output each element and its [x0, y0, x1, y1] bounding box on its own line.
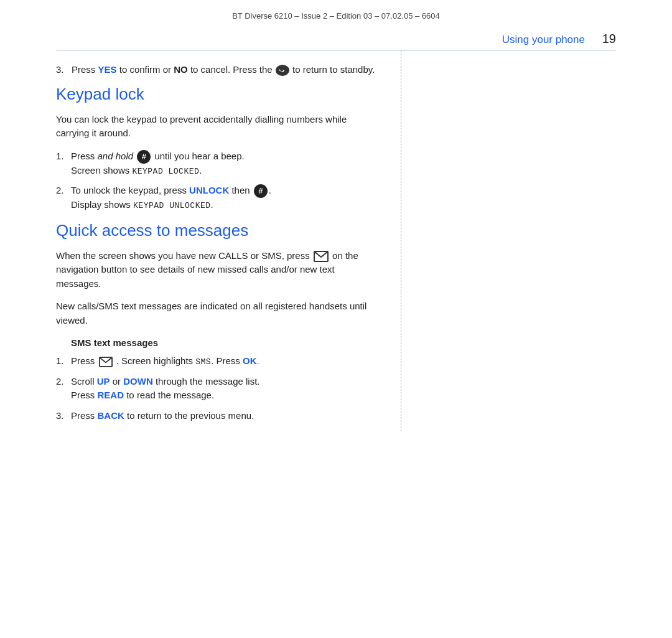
keypad-lock-steps: 1. Press and hold # until you hear a bee… [56, 149, 382, 212]
right-column [401, 50, 616, 431]
step2-then: then [229, 185, 253, 195]
header-text: BT Diverse 6210 – Issue 2 – Edition 03 –… [232, 11, 440, 21]
step2-dot2: . [211, 199, 213, 210]
sms-step-2: 2. Scroll UP or DOWN through the message… [56, 375, 382, 403]
sms2-scroll: Scroll [71, 376, 97, 387]
preceding-step3: 3. Press YES to confirm or NO to cancel.… [56, 63, 382, 77]
keypad-step-2: 2. To unlock the keypad, press UNLOCK th… [56, 184, 382, 212]
sms2-up: UP [97, 376, 110, 387]
sms3-press: Press [71, 410, 98, 421]
no-label: NO [174, 64, 188, 75]
keypad-lock-heading: Keypad lock [56, 85, 382, 104]
sms2-press: Press [71, 390, 98, 400]
sms-step-1: 1. Press . Screen highlights SMS. Press … [56, 354, 382, 368]
step3-press: Press [72, 64, 98, 75]
step2-unlock-label: UNLOCK [189, 185, 229, 195]
sms-step-num-2: 2. [56, 375, 71, 389]
step1-and-hold: and hold [98, 151, 134, 161]
quick-access-steps: 1. Press . Screen highlights SMS. Press … [56, 354, 382, 423]
sms2-read: READ [98, 390, 124, 400]
sms1-press: Press [71, 355, 98, 366]
step1-press: Press [71, 151, 98, 161]
envelope-icon-inline [314, 251, 329, 262]
sms2-down: DOWN [123, 376, 153, 387]
content-area: 3. Press YES to confirm or NO to cancel.… [0, 50, 672, 431]
left-column: 3. Press YES to confirm or NO to cancel.… [56, 50, 401, 431]
keypad-step-1: 1. Press and hold # until you hear a bee… [56, 149, 382, 178]
step3-return: to return to standby. [292, 64, 375, 75]
quick-access-intro2: New calls/SMS text messages are indicate… [56, 299, 382, 327]
sms1-dot: . [257, 355, 259, 366]
envelope-icon-sms1 [99, 357, 113, 367]
sms2-read-after: to read the message. [124, 390, 214, 400]
step2-display: Display shows [71, 199, 133, 210]
page-container: BT Diverse 6210 – Issue 2 – Edition 03 –… [0, 0, 672, 638]
sms1-ok: OK [243, 355, 257, 366]
sms3-return: to return to the previous menu. [124, 410, 254, 421]
sms-step-num-3: 3. [56, 409, 71, 423]
step-2-content: To unlock the keypad, press UNLOCK then … [71, 184, 382, 212]
step1-monospace: KEYPAD LOCKED [132, 167, 199, 176]
top-nav: Using your phone 19 [0, 27, 672, 50]
sms2-through: through the message list. [153, 376, 260, 387]
hash-icon-2: # [254, 184, 268, 198]
quick-access-heading: Quick access to messages [56, 221, 382, 240]
svg-point-0 [276, 65, 289, 76]
step-num-1: 1. [56, 149, 71, 164]
step3-num: 3. [56, 64, 69, 75]
sms-step-3: 3. Press BACK to return to the previous … [56, 409, 382, 423]
hash-icon-1: # [137, 150, 151, 164]
end-call-icon [275, 64, 290, 77]
sms-step-num-1: 1. [56, 354, 71, 368]
step2-dot: . [269, 185, 271, 195]
chapter-title: Using your phone [56, 34, 597, 46]
page-header: BT Diverse 6210 – Issue 2 – Edition 03 –… [0, 0, 672, 27]
sms-step-1-content: Press . Screen highlights SMS. Press OK. [71, 354, 382, 368]
step1-screen: Screen shows [71, 165, 132, 176]
sms-step-3-content: Press BACK to return to the previous men… [71, 409, 382, 423]
sms2-or: or [110, 376, 124, 387]
sms1-highlights: . Screen highlights [116, 355, 196, 366]
intro1-text: When the screen shows you have new CALLS… [56, 250, 310, 261]
step2-monospace: KEYPAD UNLOCKED [133, 201, 211, 210]
sms1-monospace: SMS [195, 357, 211, 367]
sms3-back: BACK [98, 410, 124, 421]
keypad-lock-intro: You can lock the keypad to prevent accid… [56, 113, 382, 141]
yes-label: YES [98, 64, 117, 75]
sms1-pressok: . Press [211, 355, 243, 366]
step2-unlock-intro: To unlock the keypad, press [71, 185, 189, 195]
step1-beep: until you hear a beep. [154, 151, 244, 161]
step-num-2: 2. [56, 184, 71, 198]
quick-access-intro1: When the screen shows you have new CALLS… [56, 249, 382, 291]
sms-step-2-content: Scroll UP or DOWN through the message li… [71, 375, 382, 403]
page-number: 19 [597, 32, 616, 46]
step-1-content: Press and hold # until you hear a beep. … [71, 149, 382, 178]
step3-or: to confirm or [117, 64, 174, 75]
step1-dot: . [199, 165, 202, 176]
sms-subheading: SMS text messages [56, 337, 382, 348]
step3-cancel: to cancel. Press the [188, 64, 275, 75]
